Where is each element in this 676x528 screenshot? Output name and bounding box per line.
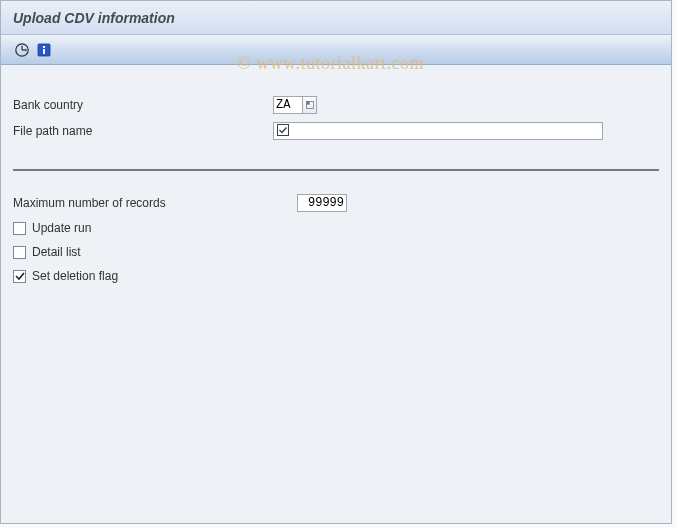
app-window: Upload CDV information Bank country: [0, 0, 672, 524]
section-divider: [13, 169, 659, 171]
label-max-records: Maximum number of records: [13, 196, 273, 210]
bank-country-valuehelp[interactable]: [303, 96, 317, 114]
section-file: Bank country File path name: [13, 93, 659, 143]
svg-marker-3: [25, 48, 27, 51]
form-content: Bank country File path name: [1, 65, 671, 523]
row-file-path: File path name: [13, 119, 659, 143]
title-bar: Upload CDV information: [1, 1, 671, 35]
page-title: Upload CDV information: [13, 10, 175, 26]
row-max-records: Maximum number of records: [13, 191, 659, 215]
svg-rect-8: [306, 102, 309, 105]
info-button[interactable]: [35, 41, 53, 59]
label-set-deletion-flag: Set deletion flag: [32, 269, 118, 283]
checkbox-update-run[interactable]: [13, 222, 26, 235]
row-set-deletion-flag: Set deletion flag: [13, 265, 659, 287]
svg-rect-5: [43, 46, 45, 48]
section-options: Maximum number of records Update run Det…: [13, 191, 659, 287]
svg-rect-6: [43, 49, 45, 54]
input-file-path[interactable]: [273, 122, 603, 140]
checkbox-set-deletion-flag[interactable]: [13, 270, 26, 283]
label-update-run: Update run: [32, 221, 91, 235]
execute-icon: [14, 42, 30, 58]
checkbox-detail-list[interactable]: [13, 246, 26, 259]
label-detail-list: Detail list: [32, 245, 81, 259]
valuehelp-icon: [306, 101, 314, 109]
row-bank-country: Bank country: [13, 93, 659, 117]
toolbar: [1, 35, 671, 65]
input-max-records[interactable]: [297, 194, 347, 212]
input-bank-country[interactable]: [273, 96, 303, 114]
label-file-path: File path name: [13, 124, 273, 138]
execute-button[interactable]: [13, 41, 31, 59]
label-bank-country: Bank country: [13, 98, 273, 112]
info-icon: [36, 42, 52, 58]
row-update-run: Update run: [13, 217, 659, 239]
row-detail-list: Detail list: [13, 241, 659, 263]
